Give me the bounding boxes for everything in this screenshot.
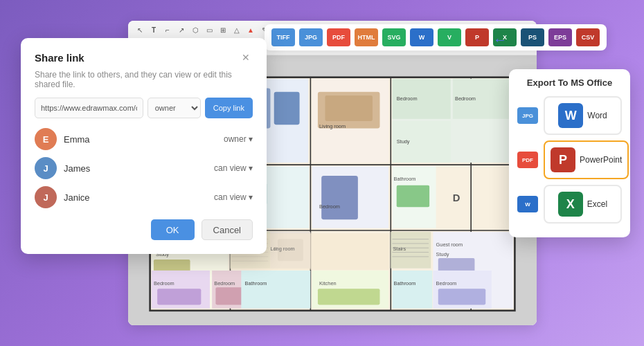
share-dialog: Share link ✕ Share the link to others, a… bbox=[21, 38, 267, 254]
svg-text:Bedroom: Bedroom bbox=[455, 95, 476, 102]
link-row: owner can view can edit Copy link bbox=[35, 98, 253, 118]
svg-text:Long room: Long room bbox=[270, 246, 294, 252]
copy-link-button[interactable]: Copy link bbox=[205, 98, 253, 118]
svg-rect-39 bbox=[397, 185, 429, 208]
format-visio[interactable]: V bbox=[438, 28, 461, 46]
svg-rect-78 bbox=[318, 289, 380, 304]
excel-icon-letter: X bbox=[566, 197, 575, 212]
ppt-label: PowerPoint bbox=[580, 155, 622, 165]
svg-rect-81 bbox=[438, 289, 485, 304]
svg-text:Living room: Living room bbox=[319, 123, 346, 129]
toolbar-corner[interactable]: ⌐ bbox=[161, 24, 174, 37]
user-name-james: James bbox=[64, 163, 214, 174]
format-word[interactable]: W bbox=[410, 28, 433, 46]
svg-text:Bathroom: Bathroom bbox=[394, 280, 416, 286]
export-row-ppt: PDF P PowerPoint bbox=[517, 140, 622, 179]
svg-text:Kitchen: Kitchen bbox=[319, 280, 337, 286]
user-role-james[interactable]: can view ▾ bbox=[214, 163, 253, 173]
dialog-title: Share link bbox=[35, 52, 84, 64]
svg-rect-14 bbox=[274, 92, 300, 125]
format-csv[interactable]: CSV bbox=[576, 28, 600, 46]
svg-text:Bathroom: Bathroom bbox=[245, 280, 267, 286]
toolbar-mountain[interactable]: △ bbox=[231, 24, 243, 37]
svg-rect-35 bbox=[321, 176, 358, 219]
format-svg[interactable]: SVG bbox=[382, 28, 406, 46]
format-toolbar: TIFF JPG PDF HTML SVG W V P X PS EPS CSV bbox=[265, 24, 607, 51]
svg-text:Bedroom: Bedroom bbox=[436, 280, 457, 286]
svg-text:Guest room: Guest room bbox=[436, 242, 463, 248]
ppt-icon-letter: P bbox=[559, 153, 567, 167]
svg-text:Bathroom: Bathroom bbox=[394, 176, 416, 182]
user-name-janice: Janice bbox=[64, 192, 214, 203]
svg-text:Stairs: Stairs bbox=[393, 246, 406, 252]
user-row-james: J James can view ▾ bbox=[35, 157, 253, 179]
excel-label: Excel bbox=[587, 199, 607, 209]
svg-rect-84 bbox=[392, 271, 432, 309]
svg-text:D: D bbox=[453, 192, 460, 203]
format-tiff[interactable]: TIFF bbox=[271, 28, 295, 46]
dialog-header: Share link ✕ bbox=[35, 51, 253, 64]
svg-text:Bedroom: Bedroom bbox=[214, 280, 235, 286]
export-panel-title: Export To MS Office bbox=[517, 78, 622, 88]
format-ppt[interactable]: P bbox=[465, 28, 489, 46]
toolbar-arrow[interactable]: ↗ bbox=[175, 24, 188, 37]
link-role-select[interactable]: owner can view can edit bbox=[147, 98, 201, 118]
toolbar-rect[interactable]: ▭ bbox=[203, 24, 215, 37]
user-name-emma: Emma bbox=[64, 134, 224, 145]
toolbar-shape[interactable]: ⬡ bbox=[189, 24, 202, 37]
export-row-excel: W X Excel bbox=[517, 185, 622, 224]
svg-rect-18 bbox=[325, 95, 372, 121]
format-eps[interactable]: EPS bbox=[548, 28, 572, 46]
close-button[interactable]: ✕ bbox=[239, 51, 253, 64]
dialog-actions: OK Cancel bbox=[35, 219, 253, 240]
avatar-janice: J bbox=[35, 186, 57, 208]
export-word-option[interactable]: W Word bbox=[544, 96, 622, 135]
format-pdf[interactable]: PDF bbox=[327, 28, 350, 46]
svg-text:Study: Study bbox=[436, 251, 449, 257]
user-role-emma[interactable]: owner ▾ bbox=[224, 134, 253, 144]
svg-rect-72 bbox=[157, 289, 201, 304]
format-html[interactable]: HTML bbox=[355, 28, 378, 46]
excel-icon: X bbox=[558, 192, 583, 217]
avatar-james: J bbox=[35, 157, 57, 179]
toolbar-table[interactable]: ⊞ bbox=[217, 24, 229, 37]
arrow-indicator: ← bbox=[493, 32, 507, 48]
link-input[interactable] bbox=[35, 98, 143, 118]
ppt-icon: P bbox=[551, 147, 575, 172]
word-icon-letter: W bbox=[565, 109, 577, 123]
cancel-button[interactable]: Cancel bbox=[202, 219, 253, 240]
export-jpg-badge: JPG bbox=[517, 107, 538, 124]
user-role-janice[interactable]: can view ▾ bbox=[214, 192, 253, 202]
export-panel: Export To MS Office JPG W Word PDF P Pow… bbox=[509, 69, 630, 237]
export-word-badge: W bbox=[517, 196, 538, 212]
export-row-word: JPG W Word bbox=[517, 96, 622, 135]
format-jpg[interactable]: JPG bbox=[299, 28, 323, 46]
export-excel-option[interactable]: X Excel bbox=[544, 185, 622, 224]
svg-rect-82 bbox=[241, 271, 310, 309]
dialog-description: Share the link to others, and they can v… bbox=[35, 70, 253, 89]
svg-text:Study: Study bbox=[397, 138, 410, 145]
format-ps[interactable]: PS bbox=[521, 28, 544, 46]
svg-text:Bedroom: Bedroom bbox=[319, 203, 340, 210]
user-row-janice: J Janice can view ▾ bbox=[35, 186, 253, 208]
toolbar-cursor[interactable]: ↖ bbox=[134, 24, 146, 37]
user-row-emma: E Emma owner ▾ bbox=[35, 128, 253, 150]
word-label: Word bbox=[587, 111, 607, 120]
avatar-emma: E bbox=[35, 128, 57, 150]
word-icon: W bbox=[558, 103, 583, 128]
toolbar-text[interactable]: T bbox=[147, 24, 160, 37]
svg-text:Bedroom: Bedroom bbox=[154, 280, 175, 286]
svg-text:Bedroom: Bedroom bbox=[397, 95, 418, 102]
toolbar-fill[interactable]: ▲ bbox=[244, 24, 257, 37]
export-pdf-badge: PDF bbox=[517, 152, 538, 168]
export-ppt-option[interactable]: P PowerPoint bbox=[544, 140, 629, 179]
ok-button[interactable]: OK bbox=[151, 219, 195, 240]
